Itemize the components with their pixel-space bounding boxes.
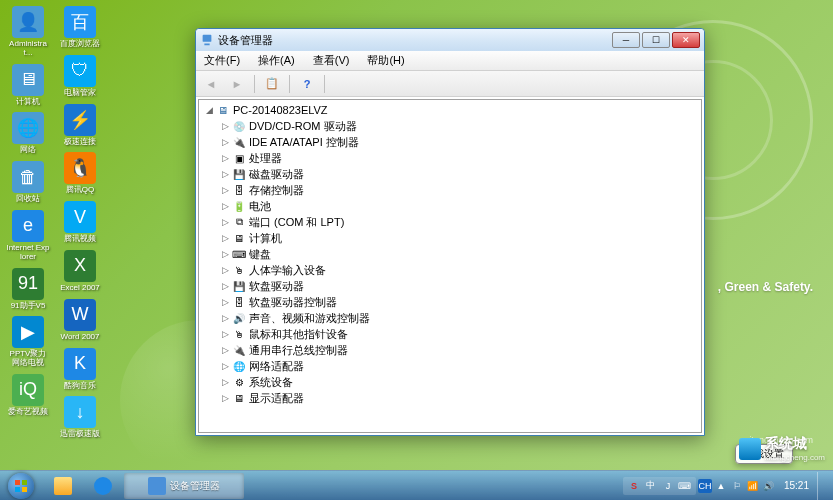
desktop-icon-15[interactable]: K酷狗音乐 xyxy=(56,346,104,393)
expand-icon[interactable]: ▷ xyxy=(219,313,231,323)
icon-label: 计算机 xyxy=(16,98,40,107)
node-label: 软盘驱动器 xyxy=(249,279,304,294)
properties-button[interactable]: 📋 xyxy=(261,74,283,94)
expand-icon[interactable]: ▷ xyxy=(219,377,231,387)
tree-node[interactable]: ▷🌐网络适配器 xyxy=(219,358,697,374)
tree-node[interactable]: ▷🔊声音、视频和游戏控制器 xyxy=(219,310,697,326)
desktop-icon-13[interactable]: XExcel 2007 xyxy=(56,248,104,295)
expand-icon[interactable]: ▷ xyxy=(219,121,231,131)
expand-icon[interactable]: ▷ xyxy=(219,137,231,147)
menu-item-1[interactable]: 操作(A) xyxy=(254,51,299,70)
taskbar-device-manager[interactable]: 设备管理器 xyxy=(124,473,244,499)
expand-icon[interactable]: ▷ xyxy=(219,169,231,179)
taskbar-explorer[interactable] xyxy=(44,473,82,499)
forward-button: ► xyxy=(226,74,248,94)
titlebar[interactable]: 设备管理器 ─ ☐ ✕ xyxy=(196,29,704,51)
expand-icon[interactable]: ▷ xyxy=(219,345,231,355)
tree-node[interactable]: ▷🔌IDE ATA/ATAPI 控制器 xyxy=(219,134,697,150)
ime-indicator-group[interactable]: S 中 J ⌨ xyxy=(623,477,696,495)
icon-label: 网络 xyxy=(20,146,36,155)
ime-zh-icon[interactable]: 中 xyxy=(644,479,658,493)
desktop-icon-1[interactable]: 🖥计算机 xyxy=(4,62,52,109)
desktop-icon-6[interactable]: ▶PPTV聚力网络电视 xyxy=(4,314,52,370)
expand-icon[interactable]: ▷ xyxy=(219,185,231,195)
network-icon[interactable]: 📶 xyxy=(746,479,760,493)
start-button[interactable] xyxy=(2,472,40,500)
expand-icon[interactable]: ▷ xyxy=(219,217,231,227)
desktop-icon-0[interactable]: 👤Administrat... xyxy=(4,4,52,60)
taskbar-ie[interactable] xyxy=(84,473,122,499)
expand-icon[interactable]: ▷ xyxy=(219,361,231,371)
desktop-icon-5[interactable]: 9191助手V5 xyxy=(4,266,52,313)
desktop-icon-9[interactable]: 🛡电脑管家 xyxy=(56,53,104,100)
window-title: 设备管理器 xyxy=(218,33,612,48)
tray-chevron-icon[interactable]: ▲ xyxy=(714,479,728,493)
tree-node[interactable]: ▷💾磁盘驱动器 xyxy=(219,166,697,182)
tree-node[interactable]: ▷💿DVD/CD-ROM 驱动器 xyxy=(219,118,697,134)
desktop-icon-14[interactable]: WWord 2007 xyxy=(56,297,104,344)
clock[interactable]: 15:21 xyxy=(778,480,815,491)
tree-node[interactable]: ▷🖥显示适配器 xyxy=(219,390,697,406)
expand-icon[interactable]: ▷ xyxy=(219,297,231,307)
icon-label: 酷狗音乐 xyxy=(64,382,96,391)
tree-node[interactable]: ▷💾软盘驱动器 xyxy=(219,278,697,294)
app-icon: 👤 xyxy=(12,6,44,38)
expand-icon[interactable]: ▷ xyxy=(219,329,231,339)
ime-keyboard-icon[interactable]: ⌨ xyxy=(678,479,692,493)
expand-icon[interactable]: ▷ xyxy=(219,249,231,259)
tree-root-node[interactable]: ◢ 🖥 PC-20140823ELVZ xyxy=(203,102,697,118)
icon-label: 百度浏览器 xyxy=(60,40,100,49)
tree-node[interactable]: ▷🔋电池 xyxy=(219,198,697,214)
icon-label: 爱奇艺视频 xyxy=(8,408,48,417)
tree-node[interactable]: ▷🗄软盘驱动器控制器 xyxy=(219,294,697,310)
device-tree-area[interactable]: ◢ 🖥 PC-20140823ELVZ ▷💿DVD/CD-ROM 驱动器▷🔌ID… xyxy=(198,99,702,433)
tree-node[interactable]: ▷⧉端口 (COM 和 LPT) xyxy=(219,214,697,230)
expand-icon[interactable]: ▷ xyxy=(219,233,231,243)
desktop-icon-8[interactable]: 百百度浏览器 xyxy=(56,4,104,51)
watermark-icon xyxy=(739,438,761,460)
device-category-icon: 🔌 xyxy=(231,135,247,149)
close-button[interactable]: ✕ xyxy=(672,32,700,48)
expand-icon[interactable]: ▷ xyxy=(219,393,231,403)
tree-node[interactable]: ▷🖱鼠标和其他指针设备 xyxy=(219,326,697,342)
expand-icon[interactable]: ▷ xyxy=(219,153,231,163)
tree-node[interactable]: ▷⚙系统设备 xyxy=(219,374,697,390)
tree-node[interactable]: ▷⌨键盘 xyxy=(219,246,697,262)
desktop-icon-2[interactable]: 🌐网络 xyxy=(4,110,52,157)
desktop-icon-11[interactable]: 🐧腾讯QQ xyxy=(56,150,104,197)
menu-item-2[interactable]: 查看(V) xyxy=(309,51,354,70)
icon-label: 91助手V5 xyxy=(11,302,46,311)
desktop-icon-3[interactable]: 🗑回收站 xyxy=(4,159,52,206)
minimize-button[interactable]: ─ xyxy=(612,32,640,48)
desktop-icon-16[interactable]: ↓迅雷极速版 xyxy=(56,394,104,441)
back-button: ◄ xyxy=(200,74,222,94)
desktop-icon-4[interactable]: eInternet Explorer xyxy=(4,208,52,264)
expand-icon[interactable]: ▷ xyxy=(219,281,231,291)
node-label: IDE ATA/ATAPI 控制器 xyxy=(249,135,359,150)
computer-icon: 🖥 xyxy=(215,103,231,117)
lang-indicator[interactable]: CH xyxy=(698,479,712,493)
volume-icon[interactable]: 🔊 xyxy=(762,479,776,493)
ime-j-icon[interactable]: J xyxy=(661,479,675,493)
collapse-icon[interactable]: ◢ xyxy=(203,105,215,115)
desktop-icon-7[interactable]: iQ爱奇艺视频 xyxy=(4,372,52,419)
tree-node[interactable]: ▷🔌通用串行总线控制器 xyxy=(219,342,697,358)
menu-item-0[interactable]: 文件(F) xyxy=(200,51,244,70)
desktop-icon-10[interactable]: ⚡极速连接 xyxy=(56,102,104,149)
expand-icon[interactable]: ▷ xyxy=(219,265,231,275)
desktop-icon-12[interactable]: V腾讯视频 xyxy=(56,199,104,246)
ime-s-icon[interactable]: S xyxy=(627,479,641,493)
tree-node[interactable]: ▷🖥计算机 xyxy=(219,230,697,246)
menu-item-3[interactable]: 帮助(H) xyxy=(363,51,408,70)
wallpaper-tagline: , Green & Safety. xyxy=(718,280,813,294)
taskbar-item-label: 设备管理器 xyxy=(170,479,220,493)
maximize-button[interactable]: ☐ xyxy=(642,32,670,48)
tree-node[interactable]: ▷🗄存储控制器 xyxy=(219,182,697,198)
help-button[interactable]: ? xyxy=(296,74,318,94)
action-center-icon[interactable]: ⚐ xyxy=(730,479,744,493)
tree-node[interactable]: ▷▣处理器 xyxy=(219,150,697,166)
show-desktop-button[interactable] xyxy=(817,472,827,500)
tree-node[interactable]: ▷🖱人体学输入设备 xyxy=(219,262,697,278)
device-category-icon: ⌨ xyxy=(231,247,247,261)
expand-icon[interactable]: ▷ xyxy=(219,201,231,211)
